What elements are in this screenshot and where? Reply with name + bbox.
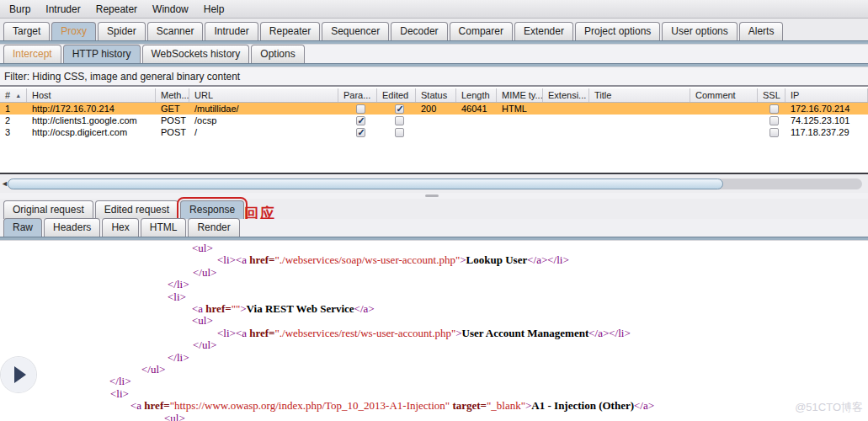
cell-method: POST: [156, 126, 189, 138]
menu-intruder[interactable]: Intruder: [38, 2, 88, 17]
code-segment-tag: <ul>: [164, 412, 185, 421]
viewer-subtab-headers[interactable]: Headers: [44, 218, 100, 237]
code-segment-tag: </li>: [168, 278, 189, 290]
column-header-para[interactable]: Para...: [338, 88, 377, 102]
cell-params: ✓: [338, 126, 377, 138]
code-segment-tag: </li>: [109, 375, 131, 387]
menu-window[interactable]: Window: [145, 2, 196, 17]
tab-comparer[interactable]: Comparer: [450, 22, 513, 40]
column-header-[interactable]: #▲: [0, 88, 27, 102]
cell-status: [416, 126, 456, 138]
tab-websockets-history[interactable]: WebSockets history: [142, 45, 250, 63]
column-header-length[interactable]: Length: [456, 88, 497, 102]
column-header-edited[interactable]: Edited: [377, 88, 416, 102]
edited-checkbox[interactable]: ✓: [395, 116, 404, 125]
column-header-ssl[interactable]: SSL: [758, 88, 785, 102]
proxy-sub-tab-bar: InterceptHTTP historyWebSockets historyO…: [0, 45, 868, 63]
filter-bar[interactable]: Filter: Hiding CSS, image and general bi…: [0, 67, 868, 87]
panel-splitter[interactable]: [0, 193, 868, 199]
edited-checkbox[interactable]: ✓: [395, 104, 404, 114]
viewer-subtab-hex[interactable]: Hex: [102, 218, 138, 237]
checkmark-icon: ✓: [357, 127, 366, 137]
viewer-subtab-html[interactable]: HTML: [141, 218, 187, 237]
splitter-grip-icon[interactable]: [425, 195, 439, 197]
tab-options[interactable]: Options: [251, 45, 304, 63]
code-line: <a href="https://www.owasp.org/index.php…: [0, 400, 868, 412]
tab-extender[interactable]: Extender: [514, 22, 573, 40]
column-header-comment[interactable]: Comment: [690, 88, 758, 102]
tab-intercept[interactable]: Intercept: [3, 45, 61, 63]
code-segment-tag: </a>: [634, 399, 654, 412]
response-raw-view: <ul><li><a href="./webservices/soap/ws-u…: [0, 241, 868, 421]
table-row[interactable]: 1http://172.16.70.214GET/mutillidae/✓✓20…: [0, 103, 868, 115]
menu-burp[interactable]: Burp: [2, 2, 38, 17]
code-segment-tag: >: [240, 302, 246, 315]
tab-sequencer[interactable]: Sequencer: [322, 22, 389, 40]
column-header-mime-ty[interactable]: MIME ty...: [497, 88, 543, 102]
code-line: <ul>: [0, 242, 868, 254]
tab-repeater[interactable]: Repeater: [260, 22, 320, 40]
ssl-checkbox[interactable]: ✓: [769, 104, 779, 114]
cell-status: [416, 115, 456, 126]
params-checkbox[interactable]: ✓: [356, 104, 365, 114]
menu-repeater[interactable]: Repeater: [88, 2, 145, 17]
viewer-subtab-render[interactable]: Render: [188, 218, 239, 237]
cell-ssl: ✓: [758, 126, 785, 138]
tab-target[interactable]: Target: [3, 22, 50, 40]
cell-edited: ✓: [377, 115, 416, 126]
cell-mime: HTML: [497, 103, 543, 115]
cell-host: http://172.16.70.214: [27, 103, 156, 115]
tab-proxy[interactable]: Proxy: [51, 22, 96, 40]
cell-edited: ✓: [377, 126, 416, 138]
column-header-url[interactable]: URL: [189, 88, 338, 102]
code-line: <li><a href="./webservices/soap/ws-user-…: [0, 254, 868, 266]
ssl-checkbox[interactable]: ✓: [769, 116, 779, 125]
code-line: <ul>: [0, 413, 868, 421]
column-header-ip[interactable]: IP: [785, 88, 868, 102]
code-segment-val: "./webservices/soap/ws-user-account.php": [275, 253, 461, 266]
cell-title: [589, 103, 690, 115]
code-segment-tag: <a: [130, 399, 144, 412]
scrollbar-thumb[interactable]: [8, 179, 723, 189]
ssl-checkbox[interactable]: ✓: [769, 128, 779, 137]
code-segment-bold: Lookup User: [466, 253, 528, 266]
cell-num: 3: [0, 126, 27, 138]
column-header-extensi[interactable]: Extensi...: [543, 88, 589, 102]
cell-edited: ✓: [377, 103, 416, 115]
code-segment-bold: Via REST Web Service: [247, 302, 354, 315]
tab-decoder[interactable]: Decoder: [391, 22, 447, 40]
tab-user-options[interactable]: User options: [662, 22, 737, 40]
tab-alerts[interactable]: Alerts: [739, 22, 784, 40]
main-tab-bar: TargetProxySpiderScannerIntruderRepeater…: [0, 19, 868, 40]
code-segment-tag: <li>: [110, 387, 129, 400]
column-header-host[interactable]: Host: [27, 88, 156, 102]
params-checkbox[interactable]: ✓: [356, 116, 365, 125]
cell-comment: [690, 126, 758, 138]
code-segment-tag: </li>: [168, 351, 189, 364]
tab-scanner[interactable]: Scanner: [147, 22, 204, 40]
table-row[interactable]: 2http://clients1.google.comPOST/ocsp✓✓✓7…: [0, 115, 868, 126]
params-checkbox[interactable]: ✓: [356, 128, 365, 137]
cell-mime: [497, 115, 543, 126]
tab-project-options[interactable]: Project options: [575, 22, 660, 40]
column-header-meth[interactable]: Meth...: [156, 88, 189, 102]
viewer-tab-response[interactable]: Response: [180, 200, 244, 219]
viewer-subtab-raw[interactable]: Raw: [3, 218, 42, 237]
horizontal-scrollbar[interactable]: ◄: [0, 174, 868, 193]
code-line: <ul>: [0, 315, 868, 327]
column-header-title[interactable]: Title: [589, 88, 690, 102]
checkmark-icon: ✓: [396, 104, 405, 114]
video-play-button[interactable]: [1, 357, 36, 392]
tab-spider[interactable]: Spider: [98, 22, 146, 40]
cell-title: [589, 126, 690, 138]
edited-checkbox[interactable]: ✓: [395, 128, 404, 137]
cell-comment: [690, 115, 758, 126]
tab-intruder[interactable]: Intruder: [205, 22, 258, 40]
viewer-tab-edited-request[interactable]: Edited request: [95, 200, 178, 219]
table-row[interactable]: 3http://ocsp.digicert.comPOST/✓✓✓117.18.…: [0, 126, 868, 138]
tab-http-history[interactable]: HTTP history: [63, 45, 141, 63]
menu-help[interactable]: Help: [196, 2, 232, 17]
column-header-status[interactable]: Status: [416, 88, 456, 102]
viewer-tab-original-request[interactable]: Original request: [3, 200, 93, 219]
code-segment-attr: href=: [249, 327, 274, 339]
